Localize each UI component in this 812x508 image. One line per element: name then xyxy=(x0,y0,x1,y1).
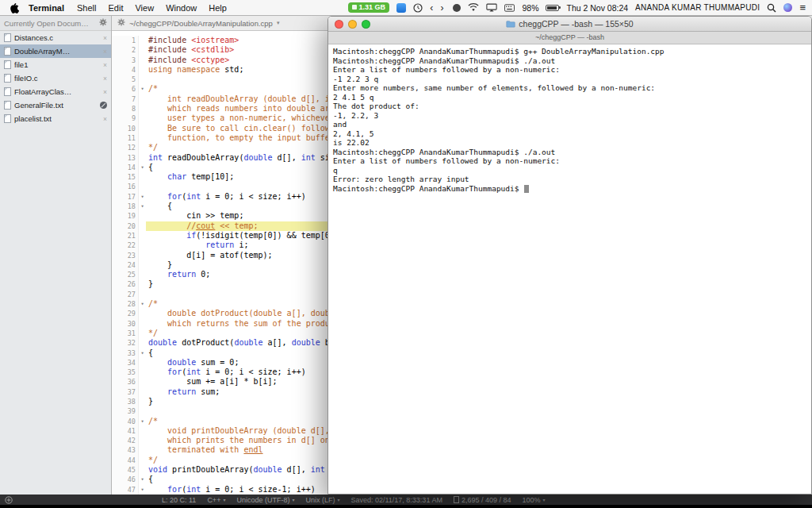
line-number: 2 xyxy=(112,45,139,55)
fold-arrow-icon[interactable]: ▾ xyxy=(139,485,146,495)
menu-window[interactable]: Window xyxy=(166,3,197,13)
wifi-icon[interactable] xyxy=(468,3,479,12)
code-brackets-icon[interactable]: ‹ › xyxy=(430,2,446,13)
display-mirroring-icon[interactable] xyxy=(486,3,497,12)
document-path[interactable]: ~/cheggCPP/DoubleArrayManipulation.cpp xyxy=(129,19,273,28)
sidebar-file-item[interactable]: fileIO.c× xyxy=(0,71,111,85)
clock-icon[interactable] xyxy=(413,3,423,13)
siri-icon[interactable] xyxy=(783,3,792,12)
menu-extra-icon[interactable] xyxy=(453,4,461,12)
document-icon xyxy=(4,47,11,56)
fold-spacer xyxy=(139,290,146,299)
fold-arrow-icon[interactable]: ▾ xyxy=(139,192,146,202)
modified-indicator-icon[interactable] xyxy=(100,102,107,109)
fold-spacer xyxy=(139,260,146,270)
close-file-icon[interactable]: × xyxy=(103,88,107,96)
battery-icon[interactable] xyxy=(546,5,559,11)
menu-view[interactable]: View xyxy=(135,3,154,13)
line-number: 26 xyxy=(112,279,139,289)
line-number: 22 xyxy=(112,241,139,250)
input-source-icon[interactable] xyxy=(504,4,515,12)
fold-spacer xyxy=(139,251,146,260)
terminal-output[interactable]: Macintosh:cheggCPP AnandaKumarThummapudi… xyxy=(328,44,811,195)
apple-menu-icon[interactable] xyxy=(10,2,19,13)
fold-spacer xyxy=(139,133,146,143)
terminal-titlebar[interactable]: cheggCPP — -bash — 155×50 xyxy=(328,17,811,32)
line-number: 38 xyxy=(112,397,139,406)
fold-spacer xyxy=(139,377,146,387)
file-name: FloatArrayClas… xyxy=(14,87,101,96)
zoom-window-button[interactable] xyxy=(362,20,370,29)
menu-edit[interactable]: Edit xyxy=(109,3,124,13)
memory-badge[interactable]: 1.31 GB xyxy=(348,2,390,13)
fold-arrow-icon[interactable]: ▾ xyxy=(139,84,146,94)
sidebar-file-item[interactable]: file1× xyxy=(0,58,111,71)
document-icon xyxy=(4,101,11,110)
fold-spacer xyxy=(139,406,146,416)
fold-spacer xyxy=(139,456,146,465)
language-popup[interactable]: C++▾ xyxy=(207,496,225,504)
notification-center-icon[interactable]: ≡ xyxy=(799,2,806,13)
fold-spacer xyxy=(139,241,146,250)
minimize-window-button[interactable] xyxy=(348,20,357,29)
sidebar-header-label: Currently Open Docum… xyxy=(4,19,99,28)
close-file-icon[interactable]: × xyxy=(103,115,107,123)
user-menu[interactable]: ANANDA KUMAR THUMMAPUDI xyxy=(635,3,760,12)
menubar-clock[interactable]: Thu 2 Nov 08:24 xyxy=(566,3,628,13)
fold-arrow-icon[interactable]: ▾ xyxy=(139,475,146,484)
spotlight-search-icon[interactable] xyxy=(767,3,776,13)
memory-chip-icon xyxy=(352,5,357,10)
close-window-button[interactable] xyxy=(335,20,343,29)
terminal-line: Enter more numbers, same number of eleme… xyxy=(333,83,806,93)
close-file-icon[interactable]: × xyxy=(103,61,107,69)
terminal-line: Macintosh:cheggCPP AnandaKumarThummapudi… xyxy=(333,148,806,157)
fold-spacer xyxy=(139,45,146,55)
sidebar-file-item[interactable]: placelist.txt× xyxy=(0,112,111,125)
bottom-strip xyxy=(0,505,812,508)
line-number: 39 xyxy=(112,406,139,416)
sidebar-file-item[interactable]: DoubleArrayM…× xyxy=(0,44,111,58)
file-name: file1 xyxy=(14,60,101,69)
close-file-icon[interactable]: × xyxy=(103,34,107,42)
line-number: 28 xyxy=(112,299,139,309)
fold-arrow-icon[interactable]: ▾ xyxy=(139,299,146,309)
line-number: 45 xyxy=(112,465,139,475)
line-number: 25 xyxy=(112,270,139,279)
terminal-line: 2, 4.1, 5 xyxy=(333,129,806,139)
saved-status: Saved: 02/11/17, 8:33:31 AM xyxy=(350,496,442,504)
counts-status: 2,695 / 409 / 84 xyxy=(454,496,511,504)
sidebar-file-item[interactable]: Distances.c× xyxy=(0,31,111,44)
fold-arrow-icon[interactable]: ▾ xyxy=(139,163,146,172)
sidebar-file-item[interactable]: GeneralFile.txt xyxy=(0,98,111,112)
close-file-icon[interactable]: × xyxy=(103,48,107,56)
fold-arrow-icon[interactable]: ▾ xyxy=(139,202,146,211)
navbar-gear-icon[interactable] xyxy=(117,18,125,28)
caret-down-icon: ▾ xyxy=(337,497,339,502)
encoding-popup[interactable]: Unicode (UTF-8)▾ xyxy=(236,496,294,504)
menu-shell[interactable]: Shell xyxy=(77,3,96,13)
menubar: Terminal Shell Edit View Window Help 1.3… xyxy=(0,0,812,16)
fold-spacer xyxy=(139,65,146,75)
line-ending-popup[interactable]: Unix (LF)▾ xyxy=(305,496,339,504)
menu-help[interactable]: Help xyxy=(209,3,227,13)
statusbar-menu-icon[interactable] xyxy=(5,496,13,504)
app-menu-terminal[interactable]: Terminal xyxy=(29,3,64,13)
fold-spacer xyxy=(139,211,146,221)
path-dropdown-caret-icon[interactable]: ▾ xyxy=(277,20,280,26)
document-icon xyxy=(4,60,11,69)
caret-down-icon: ▾ xyxy=(292,497,294,502)
fold-spacer xyxy=(139,153,146,163)
fold-spacer xyxy=(139,358,146,368)
line-number: 19 xyxy=(112,211,139,221)
fold-spacer xyxy=(139,397,146,406)
sidebar-file-list: Distances.c×DoubleArrayM…×file1×fileIO.c… xyxy=(0,31,111,125)
line-number: 44 xyxy=(112,456,139,465)
close-file-icon[interactable]: × xyxy=(103,75,107,83)
sidebar-gear-icon[interactable] xyxy=(99,18,107,28)
blue-app-icon[interactable] xyxy=(396,3,406,13)
line-number: 16 xyxy=(112,182,139,191)
fold-arrow-icon[interactable]: ▾ xyxy=(139,348,146,358)
fold-arrow-icon[interactable]: ▾ xyxy=(139,417,146,426)
zoom-popup[interactable]: 100%▾ xyxy=(522,496,545,504)
sidebar-file-item[interactable]: FloatArrayClas…× xyxy=(0,85,111,98)
